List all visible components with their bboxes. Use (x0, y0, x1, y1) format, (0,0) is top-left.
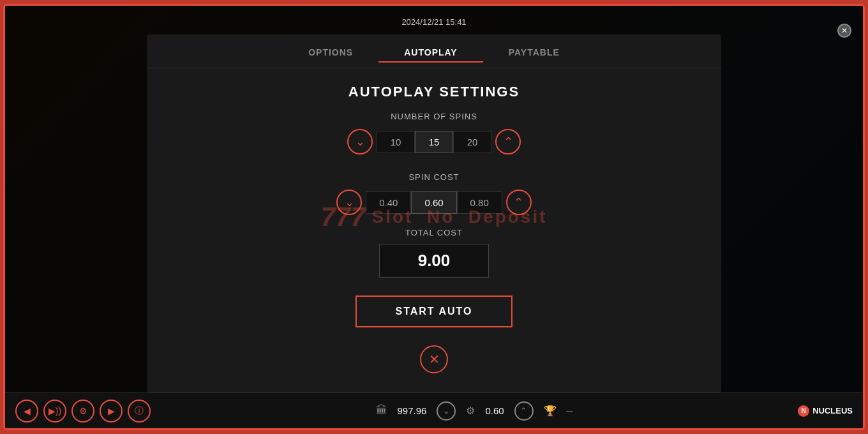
total-cost-box: 9.00 (147, 244, 721, 278)
spins-value-15[interactable]: 15 (415, 131, 453, 153)
autoplay-modal: OPTIONS AUTOPLAY PAYTABLE AUTOPLAY SETTI… (147, 34, 721, 393)
total-cost-value: 9.00 (379, 244, 490, 278)
spins-increase-button[interactable]: ⌃ (495, 129, 521, 154)
spins-value-10[interactable]: 10 (377, 131, 415, 153)
cost-value-080[interactable]: 0.80 (457, 191, 502, 214)
main-container: 2024/12/21 15:41 ✕ 777 Slot No Deposit O… (3, 4, 865, 430)
cost-decrease-button[interactable]: ⌄ (336, 190, 362, 215)
bottom-toolbar: ◀ ▶)) ⚙ ▶ ⓘ 🏛 997.96 ⌄ ⚙ 0.60 ⌃ 🏆 – N NU… (5, 393, 863, 428)
spins-decrease-button[interactable]: ⌄ (347, 129, 373, 154)
tab-options[interactable]: OPTIONS (283, 43, 378, 63)
spins-value-20[interactable]: 20 (453, 131, 491, 153)
toolbar-separator: – (567, 404, 573, 417)
bet-decrease-button[interactable]: ⌄ (437, 401, 456, 421)
datetime: 2024/12/21 15:41 (401, 17, 466, 27)
start-auto-button[interactable]: START AUTO (355, 296, 512, 327)
tab-paytable[interactable]: PAYTABLE (483, 43, 585, 63)
toolbar-right: N NUCLEUS (798, 405, 853, 417)
spins-label: NUMBER OF SPINS (147, 112, 721, 121)
nucleus-logo: N NUCLEUS (798, 405, 853, 417)
spins-selector: ⌄ 10 15 20 ⌃ (147, 129, 721, 154)
total-cost-label: TOTAL COST (147, 228, 721, 237)
trophy-icon: 🏆 (544, 405, 557, 417)
toolbar-bet: 0.60 (485, 405, 504, 416)
close-bottom-area: ✕ (147, 345, 721, 373)
close-bottom-button[interactable]: ✕ (420, 345, 448, 373)
museum-icon: 🏛 (376, 404, 387, 417)
modal-title: AUTOPLAY SETTINGS (147, 84, 721, 100)
back-button[interactable]: ◀ (15, 400, 38, 423)
cost-value-040[interactable]: 0.40 (366, 191, 411, 214)
sound-button[interactable]: ▶)) (43, 400, 66, 423)
spin-cost-label: SPIN COST (147, 172, 721, 182)
spin-cost-selector: ⌄ 0.40 0.60 0.80 ⌃ (147, 190, 721, 215)
tab-bar: OPTIONS AUTOPLAY PAYTABLE (147, 34, 721, 68)
play-button[interactable]: ▶ (100, 400, 123, 423)
toolbar-balance: 997.96 (398, 405, 427, 416)
nucleus-label: NUCLEUS (812, 406, 853, 415)
bet-increase-button[interactable]: ⌃ (514, 401, 534, 421)
tab-autoplay[interactable]: AUTOPLAY (378, 43, 483, 63)
toolbar-left: ◀ ▶)) ⚙ ▶ ⓘ (15, 400, 151, 423)
info-button[interactable]: ⓘ (128, 400, 151, 423)
cost-increase-button[interactable]: ⌃ (506, 190, 532, 215)
settings-button[interactable]: ⚙ (71, 400, 94, 423)
nucleus-icon: N (798, 405, 809, 417)
cost-value-060[interactable]: 0.60 (411, 191, 456, 214)
close-top-button[interactable]: ✕ (837, 24, 851, 38)
gear-icon-toolbar: ⚙ (466, 405, 475, 417)
toolbar-center: 🏛 997.96 ⌄ ⚙ 0.60 ⌃ 🏆 – (151, 401, 798, 421)
